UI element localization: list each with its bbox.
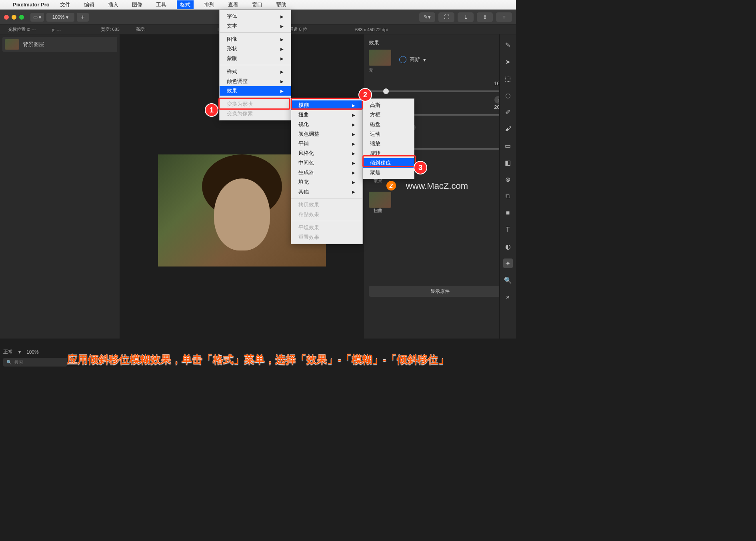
menu-text[interactable]: 文本▶: [220, 21, 291, 31]
submenu-distort[interactable]: 扭曲▶: [291, 110, 362, 120]
canvas-dims: 683 x 450 72 dpi: [355, 27, 388, 32]
menu-font[interactable]: 字体▶: [220, 12, 291, 21]
gradient-tool-icon[interactable]: ▭: [503, 141, 513, 150]
show-original-button[interactable]: 显示原件: [369, 286, 511, 297]
annotation-number-3: 3: [414, 161, 427, 174]
shape-tool-icon[interactable]: ■: [503, 208, 513, 218]
menu-view[interactable]: 查看: [225, 0, 242, 9]
canvas-height: 高度:: [136, 26, 146, 32]
menu-format[interactable]: 格式: [177, 0, 194, 9]
effect-gauss-label: 高斯: [410, 56, 420, 63]
brush-preset-button[interactable]: ✎▾: [419, 12, 435, 22]
arrow-tool-icon[interactable]: ➤: [503, 57, 513, 66]
menu-mask[interactable]: 蒙版▶: [220, 54, 291, 63]
zoom-tool-icon[interactable]: 🔍: [503, 275, 513, 285]
text-tool-icon[interactable]: T: [503, 225, 513, 234]
eyedropper-tool-icon[interactable]: ✐: [503, 107, 513, 117]
paint-tool-icon[interactable]: 🖌: [503, 124, 513, 134]
window-controls: [4, 15, 24, 20]
submenu-halftone[interactable]: 中间色▶: [291, 158, 362, 168]
menu-color-adjust[interactable]: 颜色调整▶: [220, 76, 291, 86]
blur-disc[interactable]: 磁盘: [363, 120, 414, 129]
submenu-copy-effects: 拷贝效果: [291, 200, 362, 210]
brush-tool-icon[interactable]: ✎: [503, 40, 513, 50]
gauss-slider[interactable]: [369, 90, 511, 92]
effect-thumbnail: [369, 50, 391, 66]
annotation-number-2: 2: [358, 88, 372, 102]
menu-tools[interactable]: 工具: [153, 0, 170, 9]
blur-motion[interactable]: 运动: [363, 129, 414, 139]
menu-convert-pixels: 变换为像素: [220, 109, 291, 118]
color-adjust-icon[interactable]: ◐: [503, 242, 513, 251]
instruction-caption: 应用倾斜移位模糊效果，单击「格式」菜单，选择「效果」-「模糊」-「倾斜移位」: [0, 349, 516, 370]
submenu-reset: 重置效果: [291, 232, 362, 242]
submenu-sharpen[interactable]: 锐化▶: [291, 120, 362, 129]
blur-gaussian[interactable]: 高斯: [363, 100, 414, 110]
canvas-width: 宽度: 683: [101, 26, 119, 32]
submenu-blur[interactable]: 模糊▶: [291, 100, 362, 110]
annotation-number-1: 1: [205, 103, 218, 117]
watermark-icon: Z: [386, 181, 396, 190]
effect-none: 无: [369, 67, 511, 73]
layer-thumbnail: [5, 39, 19, 50]
cursor-x: 光标位置 x: ---: [8, 26, 36, 32]
submenu-fill[interactable]: 填充▶: [291, 177, 362, 187]
add-tab-button[interactable]: +: [77, 13, 89, 22]
submenu-other[interactable]: 其他▶: [291, 187, 362, 196]
clone-tool-icon[interactable]: ⧉: [503, 191, 513, 201]
lasso-tool-icon[interactable]: ◌: [503, 90, 513, 100]
menu-window[interactable]: 窗口: [249, 0, 266, 9]
menu-styles[interactable]: 样式▶: [220, 67, 291, 76]
more-tools-icon[interactable]: »: [503, 292, 513, 302]
menu-arrange[interactable]: 排列: [201, 0, 218, 9]
macos-menubar: Pixelmator Pro 文件 编辑 插入 图像 工具 格式 排列 查看 窗…: [0, 0, 516, 10]
submenu-generator[interactable]: 生成器▶: [291, 168, 362, 177]
menu-file[interactable]: 文件: [57, 0, 74, 9]
tool-strip: ✎ ➤ ⬚ ◌ ✐ 🖌 ▭ ◧ ⊗ ⧉ ■ T ◐ ✦ 🔍 »: [499, 34, 516, 339]
blur-submenu: 高斯 方框 磁盘 运动 缩放 旋转 倾斜移位 聚焦: [362, 98, 414, 179]
menu-image-sub[interactable]: 图像▶: [220, 34, 291, 44]
menu-image[interactable]: 图像: [129, 0, 146, 9]
marquee-tool-icon[interactable]: ⬚: [503, 74, 513, 83]
blur-box[interactable]: 方框: [363, 110, 414, 120]
eraser-tool-icon[interactable]: ◧: [503, 158, 513, 167]
layer-row[interactable]: 背景图层: [2, 37, 117, 52]
app-name: Pixelmator Pro: [13, 2, 50, 8]
menu-convert-shape: 变换为形状: [220, 99, 291, 109]
layer-name: 背景图层: [23, 41, 44, 48]
format-menu: 字体▶ 文本▶ 图像▶ 形状▶ 蒙版▶ 样式▶ 颜色调整▶ 效果▶ 变换为形状 …: [219, 10, 291, 120]
minimize-button[interactable]: [12, 15, 16, 20]
effects-title: 效果: [369, 39, 379, 46]
sidebar-toggle[interactable]: ▭ ▾: [30, 13, 44, 22]
distort-thumbnail: [369, 192, 391, 208]
menu-help[interactable]: 帮助: [273, 0, 290, 9]
panel-toggle-button[interactable]: ≡: [496, 12, 512, 22]
repair-tool-icon[interactable]: ⊗: [503, 174, 513, 184]
share-button[interactable]: ⇪: [477, 12, 493, 22]
submenu-paste-effects: 粘贴效果: [291, 210, 362, 219]
menu-insert[interactable]: 插入: [105, 0, 122, 9]
zoom-select[interactable]: 100% ▾: [46, 13, 74, 22]
menu-shape[interactable]: 形状▶: [220, 44, 291, 54]
menu-effects[interactable]: 效果▶: [220, 86, 291, 96]
cursor-y: y: ---: [52, 27, 61, 32]
blur-focus[interactable]: 聚焦: [363, 168, 414, 177]
crop-button[interactable]: ⛶: [438, 12, 454, 22]
export-button[interactable]: ⤓: [458, 12, 474, 22]
distort-label: 扭曲: [374, 208, 511, 214]
watermark-text: www.MacZ.com: [406, 181, 468, 191]
close-button[interactable]: [4, 15, 9, 20]
blur-spin[interactable]: 旋转: [363, 148, 414, 158]
blur-zoom[interactable]: 缩放: [363, 139, 414, 148]
blur-tilt-shift[interactable]: 倾斜移位: [363, 158, 414, 168]
submenu-tile[interactable]: 平铺▶: [291, 139, 362, 148]
maximize-button[interactable]: [19, 15, 24, 20]
layers-panel: 背景图层: [0, 34, 120, 339]
submenu-flatten: 平坦效果: [291, 223, 362, 232]
submenu-coloradj[interactable]: 颜色调整▶: [291, 129, 362, 139]
effects-submenu: 模糊▶ 扭曲▶ 锐化▶ 颜色调整▶ 平铺▶ 风格化▶ 中间色▶ 生成器▶ 填充▶…: [291, 98, 363, 244]
menu-edit[interactable]: 编辑: [81, 0, 98, 9]
effects-tool-icon[interactable]: ✦: [503, 258, 513, 268]
effect-toggle[interactable]: [399, 56, 406, 63]
submenu-stylize[interactable]: 风格化▶: [291, 148, 362, 158]
